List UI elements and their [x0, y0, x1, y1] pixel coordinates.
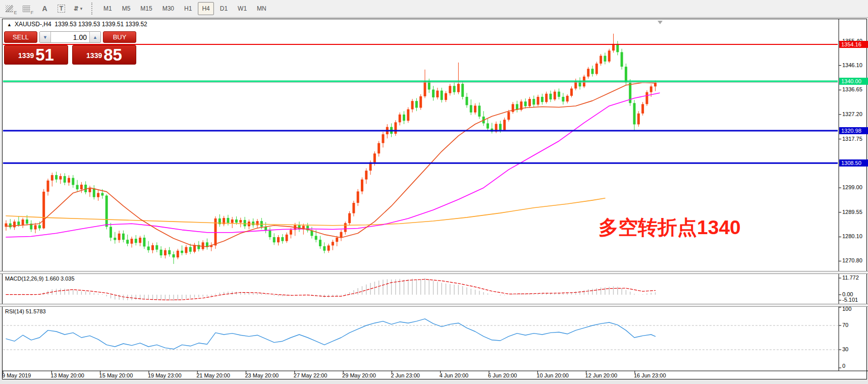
- buy-button[interactable]: BUY: [103, 31, 136, 43]
- price-tick-label: 1270.80: [842, 257, 862, 263]
- rsi-panel-splitter[interactable]: [0, 304, 868, 307]
- bid-price-minor: 51: [35, 46, 54, 63]
- macd-tick-label: 11.772: [842, 275, 859, 281]
- one-click-trade-panel: SELL ▼ ▲ BUY 1339 51 1339 85: [4, 31, 136, 65]
- price-tick-label: 1289.55: [842, 209, 862, 215]
- timeframe-button-w1[interactable]: W1: [234, 2, 251, 15]
- toolbar-grip[interactable]: [91, 3, 95, 15]
- volume-stepper[interactable]: ▼ ▲: [39, 31, 101, 43]
- time-tick-label: 12 Jun 20:00: [585, 372, 618, 378]
- timeframe-button-d1[interactable]: D1: [216, 2, 232, 15]
- time-tick-label: 4 Jun 20:00: [440, 372, 469, 378]
- price-tick-label: 1317.75: [842, 136, 862, 142]
- chinese-annotation-text: 多空转折点1340: [599, 214, 741, 241]
- grid-style-icon[interactable]: F: [21, 2, 35, 16]
- cursor-mode-icon[interactable]: ⇵▾: [71, 2, 85, 16]
- time-tick-label: 16 Jun 23:00: [634, 372, 666, 378]
- ask-price-minor: 85: [103, 46, 122, 63]
- chart-window[interactable]: [2, 19, 867, 379]
- rsi-indicator-label: RSI(14) 51.5783: [5, 308, 46, 314]
- time-tick-label: 13 May 20:00: [50, 372, 84, 378]
- top-toolbar: EFAT⇵▾ M1M5M15M30H1H4D1W1MN: [0, 0, 868, 18]
- time-tick-label: 6 Jun 20:00: [488, 372, 517, 378]
- time-tick-label: 19 May 23:00: [148, 372, 182, 378]
- price-badge-1320.98: 1320.98: [839, 127, 868, 134]
- price-tick-label: 1346.10: [842, 62, 862, 68]
- price-tick-label: 1280.10: [842, 233, 862, 239]
- bid-price-major: 1339: [18, 48, 34, 63]
- rsi-tick-label: 0: [842, 363, 845, 369]
- macd-tick-label: -5.101: [842, 297, 858, 303]
- text-label-icon[interactable]: A: [37, 2, 52, 16]
- price-badge-1340.00: 1340.00: [839, 78, 868, 85]
- time-tick-label: 27 May 22:00: [294, 372, 328, 378]
- chart-style-icon[interactable]: E: [4, 2, 19, 16]
- volume-decrease-icon[interactable]: ▼: [40, 32, 51, 42]
- time-tick-label: 15 May 20:00: [99, 372, 133, 378]
- chart-shift-marker-icon[interactable]: [658, 21, 663, 24]
- collapse-panel-icon[interactable]: ▲: [7, 22, 12, 27]
- timeframe-button-h4[interactable]: H4: [198, 2, 213, 15]
- chart-title-line: ▲XAUUSD-,H4 1339.53 1339.53 1339.51 1339…: [7, 21, 147, 28]
- rsi-tick-label: 70: [842, 322, 848, 328]
- price-tick-label: 1327.20: [842, 111, 862, 117]
- timeframe-button-m15[interactable]: M15: [136, 2, 156, 15]
- time-tick-label: 29 May 20:00: [342, 372, 376, 378]
- macd-indicator-label: MACD(12,26,9) 1.660 3.035: [5, 276, 75, 282]
- timeframe-button-m30[interactable]: M30: [158, 2, 178, 15]
- price-badge-1308.50: 1308.50: [839, 159, 868, 167]
- bid-quote-box[interactable]: 1339 51: [4, 45, 68, 65]
- rsi-tick-label: 30: [842, 346, 848, 352]
- sell-button[interactable]: SELL: [4, 31, 37, 43]
- ohlc-quotes-label: 1339.53 1339.53 1339.51 1339.52: [55, 21, 147, 28]
- time-tick-label: 2 Jun 23:00: [391, 372, 420, 378]
- timeframe-button-m1[interactable]: M1: [99, 2, 116, 15]
- macd-panel-splitter[interactable]: [0, 271, 868, 274]
- time-tick-label: 23 May 20:00: [245, 372, 279, 378]
- ask-price-major: 1339: [86, 48, 102, 63]
- volume-input[interactable]: [51, 32, 89, 42]
- ask-quote-box[interactable]: 1339 85: [72, 45, 136, 65]
- price-tick-label: 1299.00: [842, 184, 862, 190]
- time-tick-label: 9 May 2019: [2, 372, 31, 378]
- price-badge-1354.16: 1354.16: [839, 41, 868, 48]
- text-box-icon[interactable]: T: [54, 2, 69, 16]
- dropdown-arrow-icon: ▾: [80, 6, 83, 11]
- symbol-period-label: XAUUSD-,H4: [15, 21, 51, 28]
- volume-increase-icon[interactable]: ▲: [89, 32, 100, 42]
- price-tick-label: 1336.65: [842, 86, 862, 92]
- time-tick-label: 21 May 20:00: [196, 372, 230, 378]
- timeframe-button-m5[interactable]: M5: [118, 2, 135, 15]
- timeframe-button-h1[interactable]: H1: [180, 2, 196, 15]
- window-bottom-strip: [0, 380, 868, 384]
- timeframe-button-mn[interactable]: MN: [253, 2, 270, 15]
- time-tick-label: 10 Jun 20:00: [536, 372, 569, 378]
